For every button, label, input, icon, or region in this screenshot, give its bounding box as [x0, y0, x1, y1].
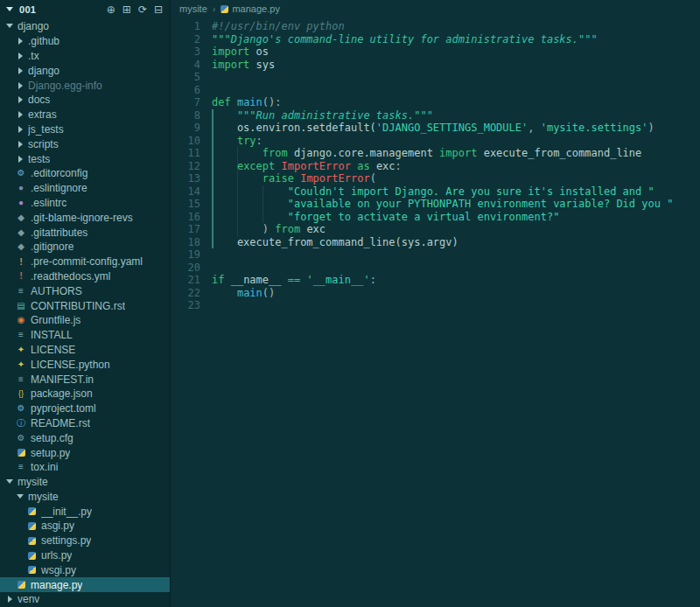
code-line[interactable]: 6 [171, 84, 700, 97]
code-line[interactable]: 7def main(): [171, 96, 700, 109]
tree-item-.git-blame-ignore-revs[interactable]: ◆.git-blame-ignore-revs [0, 210, 170, 225]
tree-item-setup.cfg[interactable]: ⚙setup.cfg [0, 430, 170, 445]
tree-item-js_tests[interactable]: js_tests [0, 122, 170, 137]
code-line[interactable]: 13 raise ImportError( [171, 172, 700, 185]
code-line[interactable]: 8 """Run administrative tasks.""" [171, 109, 700, 122]
token-punct: (): [262, 96, 282, 108]
code-line[interactable]: 12 except ImportError as exc: [171, 160, 700, 173]
chevron-right-icon[interactable] [16, 140, 24, 149]
tree-item-CONTRIBUTING.rst[interactable]: ▤CONTRIBUTING.rst [0, 298, 170, 313]
code-area[interactable]: 1#!/usr/bin/env python2"""Django's comma… [171, 17, 700, 607]
code-line[interactable]: 19 [171, 248, 700, 262]
tree-item-mysite[interactable]: mysite [0, 490, 170, 505]
code-line[interactable]: 10 try: [171, 135, 700, 148]
token-keyword: import [212, 45, 256, 58]
tree-item-setup.py[interactable]: setup.py [0, 445, 170, 460]
chevron-right-icon[interactable] [16, 155, 24, 164]
tree-item-django[interactable]: django [0, 19, 170, 34]
chevron-down-icon[interactable] [16, 492, 24, 501]
tree-item-__init__.py[interactable]: __init__.py [0, 504, 170, 519]
code-line[interactable]: 1#!/usr/bin/env python [171, 20, 700, 33]
tree-item-pyproject.toml[interactable]: ⚙pyproject.toml [0, 401, 170, 416]
chevron-right-icon[interactable] [16, 125, 24, 134]
chevron-right-icon[interactable] [16, 66, 24, 75]
refresh-icon[interactable]: ⟳ [138, 4, 147, 15]
tree-item-mysite[interactable]: mysite [0, 475, 170, 490]
line-number: 23 [171, 299, 212, 312]
token-text: os.environ.setdefault( [212, 122, 376, 134]
tree-item-.eslintignore[interactable]: ●.eslintignore [0, 181, 170, 196]
code-line[interactable]: 20 [171, 262, 700, 275]
tree-item-urls.py[interactable]: urls.py [0, 548, 170, 563]
tree-item-INSTALL[interactable]: ≡INSTALL [0, 328, 170, 343]
token-docstring: """Django's command-line utility for adm… [212, 33, 598, 45]
line-number: 15 [171, 198, 212, 211]
tree-item-README.rst[interactable]: ⓘREADME.rst [0, 416, 170, 431]
tree-item-.readthedocs.yml[interactable]: !.readthedocs.yml [0, 269, 170, 284]
tree-item-package.json[interactable]: {}package.json [0, 387, 170, 401]
code-line[interactable]: 5 [171, 71, 700, 84]
chevron-right-icon[interactable] [16, 37, 24, 45]
chevron-right-icon[interactable] [16, 110, 24, 119]
chevron-right-icon[interactable] [16, 95, 24, 104]
new-folder-icon[interactable]: ⊞ [122, 4, 131, 15]
code-line[interactable]: 3import os [171, 45, 700, 59]
code-line[interactable]: 23 [171, 299, 700, 312]
tree-item-AUTHORS[interactable]: ≡AUTHORS [0, 283, 170, 298]
token-keyword: as [351, 160, 376, 172]
tree-item-.gitignore[interactable]: ◆.gitignore [0, 240, 170, 255]
tree-item-venv[interactable]: venv [0, 592, 170, 607]
tree-item-asgi.py[interactable]: asgi.py [0, 519, 170, 534]
tree-item-tests[interactable]: tests [0, 151, 170, 166]
code-line[interactable]: 17 ) from exc [171, 223, 700, 236]
code-line[interactable]: 18 execute_from_command_line(sys.argv) [171, 236, 700, 249]
tree-item-extras[interactable]: extras [0, 108, 170, 122]
breadcrumb-item-mysite[interactable]: mysite [179, 3, 207, 14]
tree-item-LICENSE[interactable]: ✦LICENSE [0, 343, 170, 358]
token-indent [212, 287, 237, 299]
code-line[interactable]: 22 main() [171, 287, 700, 300]
code-line[interactable]: 14 "Couldn't import Django. Are you sure… [171, 185, 700, 199]
tree-item-Django.egg-info[interactable]: Django.egg-info [0, 78, 170, 93]
code-line[interactable]: 16 "forget to activate a virtual environ… [171, 211, 700, 224]
tree-item-label: .gitignore [31, 241, 74, 253]
chevron-down-icon[interactable] [5, 478, 14, 486]
code-line[interactable]: 9 os.environ.setdefault('DJANGO_SETTINGS… [171, 122, 700, 135]
tree-item-scripts[interactable]: scripts [0, 136, 170, 151]
tree-item-.editorconfig[interactable]: ⚙.editorconfig [0, 166, 170, 181]
line-number: 17 [171, 223, 212, 236]
token-text: execute_from_command_line(sys.argv) [212, 236, 458, 248]
tree-item-tox.ini[interactable]: ≡tox.ini [0, 460, 170, 475]
tree-item-docs[interactable]: docs [0, 93, 170, 108]
token-string: "available on your PYTHONPATH environmen… [212, 198, 673, 210]
explorer-header[interactable]: 001 ⊕⊞⟳⊟ [0, 0, 170, 19]
code-line[interactable]: 15 "available on your PYTHONPATH environ… [171, 198, 700, 211]
tree-item-.tx[interactable]: .tx [0, 49, 170, 64]
code-line[interactable]: 4import sys [171, 59, 700, 72]
tree-item-.github[interactable]: .github [0, 34, 170, 49]
tree-item-django[interactable]: django [0, 63, 170, 78]
tree-item-manage.py[interactable]: manage.py [0, 577, 170, 592]
code-line-text: "available on your PYTHONPATH environmen… [212, 198, 673, 211]
code-line[interactable]: 2"""Django's command-line utility for ad… [171, 33, 700, 46]
tree-item-LICENSE.python[interactable]: ✦LICENSE.python [0, 357, 170, 372]
tree-item-.gitattributes[interactable]: ◆.gitattributes [0, 225, 170, 240]
tree-item-wsgi.py[interactable]: wsgi.py [0, 562, 170, 577]
tree-item-.pre-commit-config.yaml[interactable]: !.pre-commit-config.yaml [0, 255, 170, 269]
code-line[interactable]: 11 from django.core.management import ex… [171, 147, 700, 160]
tree-item-.eslintrc[interactable]: ●.eslintrc [0, 196, 170, 211]
code-line[interactable]: 21if __name__ == '__main__': [171, 274, 700, 287]
chevron-right-icon[interactable] [16, 81, 24, 90]
chevron-right-icon[interactable] [5, 595, 14, 604]
token-punct: ( [370, 172, 376, 185]
token-func: main [237, 287, 262, 299]
tree-item-Gruntfile.js[interactable]: ◉Gruntfile.js [0, 313, 170, 328]
chevron-right-icon[interactable] [16, 52, 24, 60]
chevron-down-icon[interactable] [5, 22, 14, 31]
tree-item-MANIFEST.in[interactable]: ≡MANIFEST.in [0, 372, 170, 387]
collapse-all-icon[interactable]: ⊟ [154, 4, 163, 15]
tree-item-settings.py[interactable]: settings.py [0, 534, 170, 548]
new-file-icon[interactable]: ⊕ [107, 4, 116, 15]
breadcrumb-item-manage.py[interactable]: manage.py [220, 3, 279, 14]
chevron-down-icon[interactable] [5, 5, 14, 14]
